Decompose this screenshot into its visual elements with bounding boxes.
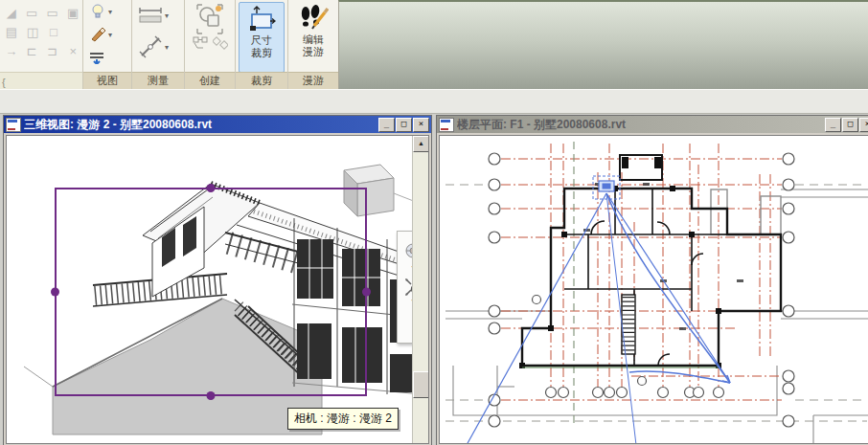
view-3d-canvas[interactable]: × ▾ ▾ ◱ ▲ [6, 135, 429, 444]
paste-icon: ◢ [4, 4, 19, 23]
insulation-icon[interactable] [193, 36, 208, 50]
array-icon: ▤ [4, 23, 19, 42]
ribbon-panel-measure: ▾ ▾ 测量 [132, 0, 184, 89]
chevron-down-icon[interactable]: ▾ [165, 11, 169, 20]
minimize-button[interactable]: _ [825, 118, 841, 132]
graphic-display-button[interactable]: ▾ [83, 23, 131, 46]
view-panel-label[interactable]: 视图 [83, 72, 131, 89]
create-group-button[interactable] [185, 0, 235, 35]
paintbrush-icon [89, 27, 106, 42]
aligned-dimension-button[interactable]: ▾ [132, 0, 184, 31]
maximize-button[interactable]: □ [842, 118, 858, 132]
pin-icon: ▣ [66, 4, 81, 23]
size-crop-icon [247, 6, 276, 33]
modify-tools-disabled: ◢ ▭ ▭ ▣ ▤ ◫ □ → ⊏ ⊐ × [2, 4, 80, 61]
ribbon-panel-walkthrough: 编辑 漫游 漫游 [288, 0, 338, 89]
similar-icon: □ [46, 23, 61, 42]
ribbon-panel-modify: ◢ ▭ ▭ ▣ ▤ ◫ □ → ⊏ ⊐ × { [0, 0, 82, 89]
window-plan-titlebar[interactable]: 楼层平面: F1 - 别墅20080608.rvt _ □ × [437, 116, 868, 133]
walkthrough-panel-label[interactable]: 漫游 [288, 72, 338, 89]
measure-button[interactable]: ▾ [132, 31, 184, 63]
crop-handle-left[interactable] [51, 288, 59, 297]
crop-panel-label[interactable]: 裁剪 [236, 72, 287, 89]
size-crop-label-line2: 裁剪 [251, 47, 272, 59]
window-3d-title: 三维视图: 漫游 2 - 别墅20080608.rvt [24, 117, 378, 133]
window-3d-view: 三维视图: 漫游 2 - 别墅20080608.rvt _ □ × [3, 115, 432, 445]
selection-tooltip: 相机 : 漫游 : 漫游 2 [287, 408, 399, 430]
options-bar [0, 89, 868, 114]
delete-icon: × [66, 42, 81, 61]
close-button[interactable]: × [859, 118, 868, 132]
ribbon-panel-view: ▾ ▾ 视图 [83, 0, 131, 89]
crop-region[interactable] [55, 188, 367, 396]
size-crop-label-line1: 尺寸 [251, 34, 272, 47]
window-floor-plan: 楼层平面: F1 - 别墅20080608.rvt _ □ × [436, 115, 868, 445]
crop-handle-bottom[interactable] [207, 391, 216, 400]
chevron-down-icon[interactable]: ▾ [108, 31, 112, 39]
lighting-button[interactable]: ▾ [83, 0, 131, 23]
close-button[interactable]: × [413, 118, 429, 132]
footprints-pencil-icon [298, 5, 329, 32]
chevron-down-icon[interactable]: ▾ [108, 8, 112, 16]
modify-panel-label [0, 72, 82, 89]
scroll-up-button[interactable]: ▲ [413, 136, 429, 152]
create-group-icon [195, 3, 224, 35]
floor-plan-drawing [440, 136, 868, 444]
cope-icon: ▭ [25, 4, 40, 23]
window-plan-title: 楼层平面: F1 - 别墅20080608.rvt [457, 117, 825, 133]
rvt-document-icon [439, 118, 454, 132]
offset-left-icon: ⊏ [25, 42, 40, 61]
ribbon-panel-create: 创建 [185, 0, 235, 89]
ribbon: ◢ ▭ ▭ ▣ ▤ ◫ □ → ⊏ ⊐ × { [0, 0, 868, 89]
thin-lines-button[interactable] [83, 46, 131, 69]
chevron-down-icon[interactable]: ▾ [165, 43, 169, 52]
edit-walkthrough-button[interactable]: 编辑 漫游 [291, 2, 335, 71]
crop-handle-right[interactable] [362, 288, 371, 297]
component-icon[interactable] [213, 36, 228, 50]
thin-lines-icon [89, 51, 106, 64]
measure-panel-label[interactable]: 测量 [132, 72, 184, 89]
rvt-document-icon [6, 118, 21, 132]
dimension-icon [138, 5, 163, 26]
create-panel-label[interactable]: 创建 [185, 72, 235, 89]
application-screen: ◢ ▭ ▭ ▣ ▤ ◫ □ → ⊏ ⊐ × { [0, 0, 868, 445]
crop-handle-top[interactable] [207, 184, 216, 192]
offset-right-icon: ⊐ [45, 42, 60, 61]
maximize-button[interactable]: □ [396, 118, 412, 132]
vertical-scrollbar[interactable]: ▲ [412, 136, 428, 443]
minimize-button[interactable]: _ [378, 118, 395, 132]
scrollbar-thumb[interactable] [413, 371, 429, 398]
size-crop-button[interactable]: 尺寸 裁剪 [239, 2, 285, 73]
align-icon: → [4, 42, 19, 61]
edit-walkthrough-label-line1: 编辑 [303, 33, 324, 46]
floor-plan-canvas[interactable] [439, 135, 868, 444]
cut-geometry-icon: ▭ [45, 4, 60, 23]
ribbon-panel-crop: 尺寸 裁剪 裁剪 [236, 0, 287, 89]
measure-diagonal-icon [138, 34, 163, 59]
group-icon: ◫ [25, 23, 40, 42]
lightbulb-icon [89, 3, 106, 20]
window-3d-titlebar[interactable]: 三维视图: 漫游 2 - 别墅20080608.rvt _ □ × [4, 116, 431, 133]
ribbon-empty-area [338, 0, 868, 89]
clipped-edge-glyph: { [2, 77, 6, 88]
edit-walkthrough-label-line2: 漫游 [303, 46, 324, 58]
